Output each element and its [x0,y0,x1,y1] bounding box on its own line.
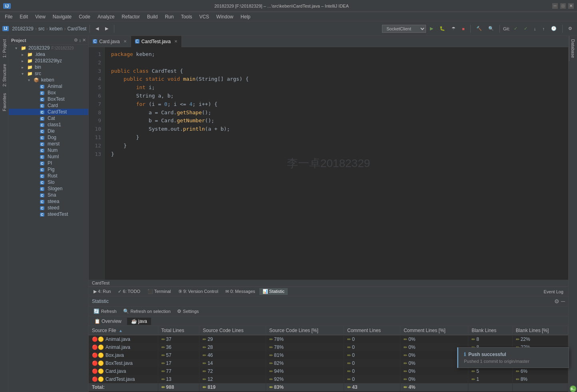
git-push-button[interactable]: ↑ [540,26,547,32]
stat-tab-overview[interactable]: 📋 Overview [90,318,125,325]
tree-item-numi[interactable]: C NumI [9,153,88,160]
menu-analyze[interactable]: Analyze [94,13,118,20]
git-check2-button[interactable]: ✓ [521,25,530,32]
statistic-tab[interactable]: 📊 Statistic [259,288,288,295]
col-blank-pct[interactable]: Blank Lines [%] [512,326,568,335]
tab-cardtest-java[interactable]: C CardTest.java ✕ [131,36,182,47]
close-button[interactable]: ✕ [568,3,574,9]
code-content[interactable]: package keben; public class CardTest { p… [105,47,568,280]
tab-card-java[interactable]: C Card.java ✕ [89,36,131,47]
refresh-button[interactable]: 🔄 Refresh [92,308,118,315]
menu-run[interactable]: Run [162,13,177,20]
messages-tab[interactable]: ✉ 0: Messages [222,288,258,295]
path-keben[interactable]: keben [50,26,63,32]
project-tab[interactable]: 1: Project [1,36,8,61]
menu-code[interactable]: Code [76,13,94,20]
terminal-tab[interactable]: ⬛ Terminal [144,288,174,295]
vcs-tab[interactable]: ⑨ 9: Version Control [175,288,222,295]
sidebar-settings-button[interactable]: ⚙ [74,38,78,43]
tree-item-dog[interactable]: C Dog [9,134,88,141]
push-toast: ℹ Push successful Pushed 1 commit to ori… [457,347,569,368]
col-blank-lines[interactable]: Blank Lines [468,326,512,335]
menu-view[interactable]: View [32,13,49,20]
minimize-button[interactable]: ─ [552,3,558,9]
path-project[interactable]: 20182329 [12,26,33,32]
col-cmt-pct[interactable]: Comment Lines [%] [400,326,468,335]
tree-item-num[interactable]: C Num [9,147,88,153]
col-source-file[interactable]: Source File ▲ [89,326,158,335]
menu-refactor[interactable]: Refactor [119,13,143,20]
tree-item-sna[interactable]: C Sna [9,192,88,198]
settings-button[interactable]: ⚙ [566,25,575,32]
tree-item-project[interactable]: ▾ 📁 20182329 F:\20182329 [9,45,88,51]
favorites-tab[interactable]: Favorites [1,90,8,114]
tree-item-slogen[interactable]: C Slogen [9,185,88,192]
coverage-button[interactable]: ☂ [449,25,458,32]
tree-item-idea[interactable]: ▸ 📁 .idea [9,51,88,58]
tree-item-cardtest[interactable]: C CardTest [9,109,88,115]
statistic-minimize-button[interactable]: ─ [561,298,565,304]
forward-button[interactable]: ▶ [103,25,111,32]
refresh-on-selection-button[interactable]: 🔍 Refresh on selection [121,308,172,315]
tree-item-steea[interactable]: C steea [9,198,88,205]
line-num-1: 1 [89,50,104,59]
stop-button[interactable]: ■ [460,26,467,32]
menu-navigate[interactable]: Navigate [50,13,75,20]
tree-item-pi[interactable]: C PI [9,160,88,166]
tree-item-pig[interactable]: C Pig [9,166,88,173]
tree-item-slo[interactable]: C Slo [9,179,88,185]
tree-item-20182329lyz[interactable]: ▸ 📁 20182329lyz [9,58,88,64]
tree-item-class1[interactable]: C class1 [9,121,88,128]
back-button[interactable]: ◀ [93,25,101,32]
java-tab-icon: ☕ [131,318,137,324]
col-src-lines[interactable]: Source Code Lines [199,326,266,335]
event-log-tab[interactable]: Event Log [540,289,567,295]
sidebar-close-button[interactable]: ✕ [82,38,86,43]
tab-card-close-icon[interactable]: ✕ [123,39,127,44]
tree-item-keben[interactable]: ▾ 📦 keben [9,77,88,83]
run-tab[interactable]: ▶ 4: Run [90,288,114,295]
git-history-button[interactable]: 🕐 [549,25,559,32]
run-config-dropdown[interactable]: SocketClient [382,25,426,33]
tree-item-boxtest[interactable]: C BoxTest [9,96,88,102]
menu-tools[interactable]: Tools [178,13,195,20]
tree-item-card[interactable]: C Card [9,102,88,109]
menu-vcs[interactable]: VCS [196,13,213,20]
statistic-settings-button[interactable]: ⚙ [554,298,559,304]
menu-window[interactable]: Window [213,13,237,20]
tree-item-cat[interactable]: C Cat [9,115,88,121]
todo-tab[interactable]: ✓ 6: TODO [115,288,143,295]
col-total-lines[interactable]: Total Lines [158,326,199,335]
menu-build[interactable]: Build [144,13,161,20]
structure-tab[interactable]: 2: Structure [1,61,8,90]
menu-help[interactable]: Help [237,13,254,20]
search-button[interactable]: 🔍 [486,25,496,32]
path-cardtest[interactable]: CardTest [67,26,86,32]
database-tab[interactable]: Database [569,36,577,61]
tree-item-box[interactable]: C Box [9,90,88,96]
tree-item-rust[interactable]: C Rust [9,173,88,179]
tree-item-bin[interactable]: ▸ 📁 bin [9,64,88,70]
git-update-button[interactable]: ↓ [531,26,539,32]
stat-tab-java[interactable]: ☕ java [127,318,151,325]
tree-item-die[interactable]: C Die [9,128,88,134]
tree-item-animal[interactable]: C Animal [9,83,88,90]
tab-cardtest-close-icon[interactable]: ✕ [174,39,177,44]
stat-settings-button[interactable]: ⚙ Settings [175,308,201,315]
maximize-button[interactable]: □ [560,3,566,9]
tree-item-steed[interactable]: C steed [9,205,88,211]
run-button[interactable]: ▶ [428,25,436,32]
tree-item-steedtest[interactable]: C steedTest [9,211,88,217]
tree-item-src[interactable]: ▾ 📁 src [9,70,88,77]
col-cmt-lines[interactable]: Comment Lines [344,326,400,335]
path-src[interactable]: src [38,26,45,32]
tree-item-merst[interactable]: C merst [9,141,88,147]
code-editor-container[interactable]: 1 2 3 4 5 6 7 8 9 10 11 12 13 package ke… [89,47,568,280]
git-check-button[interactable]: ✓ [511,25,520,32]
menu-file[interactable]: File [2,13,16,20]
sidebar-expand-button[interactable]: ↕ [79,38,82,43]
debug-button[interactable]: 🐛 [437,25,448,32]
col-src-pct[interactable]: Source Code Lines [%] [266,326,344,335]
build-button[interactable]: 🔨 [474,25,484,32]
menu-edit[interactable]: Edit [16,13,31,20]
